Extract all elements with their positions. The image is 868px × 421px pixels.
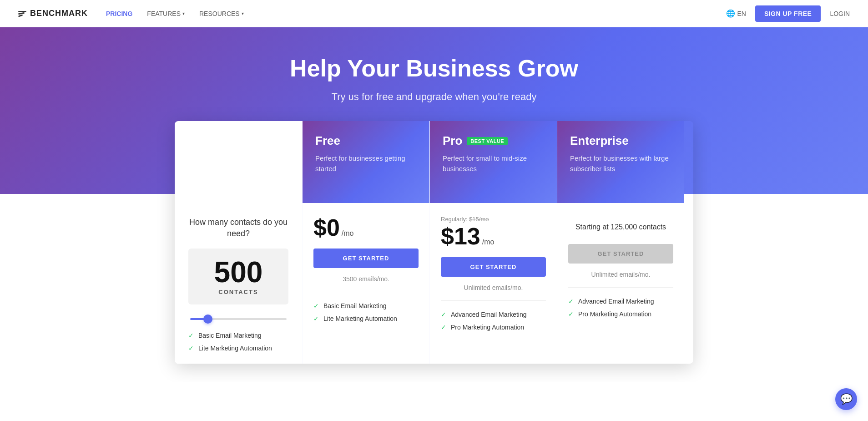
contacts-header [175, 121, 302, 203]
features-arrow-icon: ▾ [182, 11, 185, 16]
enterprise-price-note: Starting at 125,000 contacts [568, 223, 673, 231]
free-get-started-button[interactable]: GET STARTED [313, 249, 419, 268]
free-emails: 3500 emails/mo. [313, 275, 419, 283]
nav-links: PRICING FEATURES ▾ RESOURCES ▾ [106, 10, 244, 17]
pricing-grid: How many contacts do you need? 500 CONTA… [175, 121, 693, 364]
list-item: ✓ Pro Marketing Automation [568, 308, 673, 320]
free-divider [313, 292, 419, 292]
language-selector[interactable]: 🌐 EN [726, 9, 746, 18]
list-item: ✓ Lite Marketing Automation [313, 312, 419, 325]
list-item: ✓ Advanced Email Marketing [441, 308, 546, 321]
free-plan-body: $0 /mo GET STARTED 3500 emails/mo. ✓ Bas… [303, 203, 429, 364]
logo-icon [18, 11, 26, 16]
pro-emails: Unlimited emails/mo. [441, 284, 546, 291]
enterprise-plan-name: Enterprise [570, 134, 671, 148]
pro-regularly: Regularly: $15/mo [441, 216, 546, 223]
logo[interactable]: BENCHMARK [18, 9, 88, 18]
pro-divider [441, 300, 546, 301]
hero-title: Help Your Business Grow [18, 55, 850, 82]
free-price-row: $0 /mo [313, 216, 419, 239]
free-plan-column: Free Perfect for businesses getting star… [302, 121, 429, 364]
check-icon: ✓ [188, 332, 194, 339]
pro-features-list: ✓ Advanced Email Marketing ✓ Pro Marketi… [441, 308, 546, 334]
globe-icon: 🌐 [726, 9, 735, 18]
free-price: $0 [313, 216, 340, 239]
enterprise-features-list: ✓ Advanced Email Marketing ✓ Pro Marketi… [568, 295, 673, 320]
list-item: ✓ Basic Email Marketing [188, 329, 288, 342]
contacts-slider-container [188, 314, 288, 322]
pro-get-started-button[interactable]: GET STARTED [441, 257, 546, 277]
free-plan-desc: Perfect for businesses getting started [315, 153, 417, 174]
contacts-column: How many contacts do you need? 500 CONTA… [175, 121, 302, 364]
signup-button[interactable]: SIGN UP FREE [755, 5, 821, 22]
check-icon: ✓ [441, 311, 446, 318]
pro-plan-name: Pro BEST VALUE [443, 134, 544, 148]
enterprise-plan-body: Starting at 125,000 contacts GET STARTED… [557, 203, 684, 364]
contacts-features-list: ✓ Basic Email Marketing ✓ Lite Marketing… [188, 329, 288, 355]
contacts-number: 500 [197, 258, 279, 287]
check-icon: ✓ [313, 315, 319, 322]
pro-price: $13 [441, 224, 480, 248]
nav-features[interactable]: FEATURES ▾ [147, 10, 185, 17]
contacts-body: How many contacts do you need? 500 CONTA… [175, 203, 302, 364]
list-item: ✓ Pro Marketing Automation [441, 321, 546, 334]
resources-arrow-icon: ▾ [242, 11, 244, 16]
pro-plan-body: Regularly: $15/mo $13 /mo GET STARTED Un… [430, 203, 557, 364]
pricing-section: How many contacts do you need? 500 CONTA… [0, 121, 868, 382]
contacts-question: How many contacts do you need? [188, 217, 288, 239]
enterprise-get-started-button: GET STARTED [568, 244, 673, 264]
hero-subtitle: Try us for free and upgrade when you're … [18, 91, 850, 103]
contacts-slider[interactable] [190, 318, 287, 320]
logo-text: BENCHMARK [30, 9, 88, 18]
list-item: ✓ Basic Email Marketing [313, 299, 419, 312]
enterprise-divider [568, 287, 673, 288]
pro-price-row: $13 /mo [441, 224, 546, 248]
check-icon: ✓ [188, 345, 194, 352]
pro-plan-header: Pro BEST VALUE Perfect for small to mid-… [430, 121, 557, 203]
enterprise-plan-header: Enterprise Perfect for businesses with l… [557, 121, 684, 203]
free-features-list: ✓ Basic Email Marketing ✓ Lite Marketing… [313, 299, 419, 325]
free-plan-header: Free Perfect for businesses getting star… [303, 121, 429, 203]
list-item: ✓ Lite Marketing Automation [188, 342, 288, 355]
language-label: EN [737, 10, 746, 17]
free-price-per: /mo [342, 229, 354, 238]
list-item: ✓ Advanced Email Marketing [568, 295, 673, 308]
contacts-display: 500 CONTACTS [188, 249, 288, 304]
nav-pricing[interactable]: PRICING [106, 10, 132, 17]
check-icon: ✓ [313, 302, 319, 309]
contacts-label: CONTACTS [197, 289, 279, 295]
navbar-left: BENCHMARK PRICING FEATURES ▾ RESOURCES ▾ [18, 9, 244, 18]
login-link[interactable]: LOGIN [830, 10, 850, 17]
check-icon: ✓ [568, 298, 574, 305]
enterprise-plan-column: Enterprise Perfect for businesses with l… [557, 121, 684, 364]
enterprise-emails: Unlimited emails/mo. [568, 271, 673, 278]
check-icon: ✓ [441, 324, 446, 331]
free-plan-name: Free [315, 134, 417, 148]
best-value-badge: BEST VALUE [467, 137, 508, 145]
nav-resources[interactable]: RESOURCES ▾ [199, 10, 244, 17]
enterprise-plan-desc: Perfect for businesses with large subscr… [570, 153, 671, 174]
check-icon: ✓ [568, 310, 574, 318]
navbar-right: 🌐 EN SIGN UP FREE LOGIN [726, 5, 850, 22]
navbar: BENCHMARK PRICING FEATURES ▾ RESOURCES ▾… [0, 0, 868, 27]
pro-plan-column: Pro BEST VALUE Perfect for small to mid-… [429, 121, 557, 364]
pro-plan-desc: Perfect for small to mid-size businesses [443, 153, 544, 174]
pro-price-per: /mo [482, 238, 495, 246]
